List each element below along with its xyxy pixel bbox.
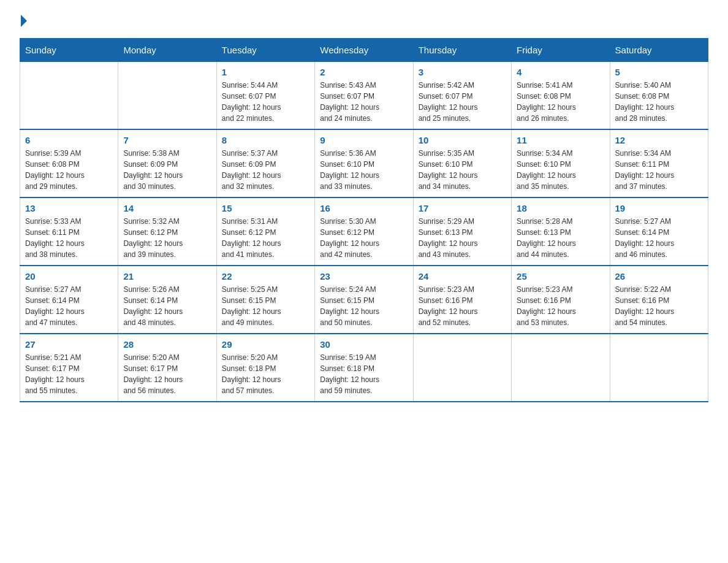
day-number: 26 [615, 271, 703, 282]
day-number: 28 [123, 339, 211, 350]
day-number: 24 [419, 271, 506, 282]
day-number: 1 [222, 67, 309, 77]
day-info: Sunrise: 5:26 AM Sunset: 6:14 PM Dayligh… [123, 284, 211, 328]
day-number: 15 [222, 203, 309, 213]
day-info: Sunrise: 5:23 AM Sunset: 6:16 PM Dayligh… [517, 284, 604, 328]
calendar-body: 1Sunrise: 5:44 AM Sunset: 6:07 PM Daylig… [20, 62, 708, 402]
calendar-cell: 5Sunrise: 5:40 AM Sunset: 6:08 PM Daylig… [610, 62, 708, 130]
calendar-cell: 8Sunrise: 5:37 AM Sunset: 6:09 PM Daylig… [216, 129, 314, 197]
day-info: Sunrise: 5:43 AM Sunset: 6:07 PM Dayligh… [320, 80, 408, 124]
day-number: 6 [25, 135, 113, 145]
day-number: 3 [419, 67, 506, 77]
day-info: Sunrise: 5:42 AM Sunset: 6:07 PM Dayligh… [419, 80, 506, 124]
day-info: Sunrise: 5:19 AM Sunset: 6:18 PM Dayligh… [320, 352, 408, 396]
calendar-cell [20, 62, 118, 130]
calendar-cell: 19Sunrise: 5:27 AM Sunset: 6:14 PM Dayli… [610, 197, 708, 266]
calendar-cell: 20Sunrise: 5:27 AM Sunset: 6:14 PM Dayli… [20, 266, 118, 334]
day-info: Sunrise: 5:21 AM Sunset: 6:17 PM Dayligh… [25, 352, 113, 396]
header-cell-tuesday: Tuesday [216, 39, 314, 62]
day-number: 13 [25, 203, 113, 213]
page-header [20, 15, 708, 27]
day-number: 9 [320, 135, 408, 145]
calendar-cell: 29Sunrise: 5:20 AM Sunset: 6:18 PM Dayli… [216, 334, 314, 402]
day-number: 4 [517, 67, 604, 77]
day-info: Sunrise: 5:30 AM Sunset: 6:12 PM Dayligh… [320, 216, 408, 260]
calendar-cell: 6Sunrise: 5:39 AM Sunset: 6:08 PM Daylig… [20, 129, 118, 197]
calendar-cell: 17Sunrise: 5:29 AM Sunset: 6:13 PM Dayli… [413, 197, 511, 266]
day-info: Sunrise: 5:35 AM Sunset: 6:10 PM Dayligh… [419, 148, 506, 192]
day-info: Sunrise: 5:37 AM Sunset: 6:09 PM Dayligh… [222, 148, 309, 192]
day-info: Sunrise: 5:33 AM Sunset: 6:11 PM Dayligh… [25, 216, 113, 260]
day-info: Sunrise: 5:28 AM Sunset: 6:13 PM Dayligh… [517, 216, 604, 260]
day-number: 14 [123, 203, 211, 213]
day-info: Sunrise: 5:27 AM Sunset: 6:14 PM Dayligh… [25, 284, 113, 328]
day-info: Sunrise: 5:20 AM Sunset: 6:17 PM Dayligh… [123, 352, 211, 396]
day-number: 21 [123, 271, 211, 282]
day-number: 23 [320, 271, 408, 282]
calendar-cell: 23Sunrise: 5:24 AM Sunset: 6:15 PM Dayli… [315, 266, 413, 334]
calendar-cell: 1Sunrise: 5:44 AM Sunset: 6:07 PM Daylig… [216, 62, 314, 130]
calendar-cell [512, 334, 610, 402]
day-number: 22 [222, 271, 309, 282]
calendar-cell: 27Sunrise: 5:21 AM Sunset: 6:17 PM Dayli… [20, 334, 118, 402]
calendar-cell [610, 334, 708, 402]
calendar-cell: 30Sunrise: 5:19 AM Sunset: 6:18 PM Dayli… [315, 334, 413, 402]
day-number: 19 [615, 203, 703, 213]
day-info: Sunrise: 5:38 AM Sunset: 6:09 PM Dayligh… [123, 148, 211, 192]
calendar-cell: 15Sunrise: 5:31 AM Sunset: 6:12 PM Dayli… [216, 197, 314, 266]
day-info: Sunrise: 5:20 AM Sunset: 6:18 PM Dayligh… [222, 352, 309, 396]
day-number: 17 [419, 203, 506, 213]
day-number: 7 [123, 135, 211, 145]
calendar-header: SundayMondayTuesdayWednesdayThursdayFrid… [20, 39, 708, 62]
calendar-cell [118, 62, 216, 130]
calendar-week-4: 20Sunrise: 5:27 AM Sunset: 6:14 PM Dayli… [20, 266, 708, 334]
header-cell-wednesday: Wednesday [315, 39, 413, 62]
calendar-week-3: 13Sunrise: 5:33 AM Sunset: 6:11 PM Dayli… [20, 197, 708, 266]
calendar-cell: 18Sunrise: 5:28 AM Sunset: 6:13 PM Dayli… [512, 197, 610, 266]
logo [20, 15, 28, 27]
calendar-cell: 2Sunrise: 5:43 AM Sunset: 6:07 PM Daylig… [315, 62, 413, 130]
logo-arrow-icon [21, 15, 27, 27]
day-info: Sunrise: 5:31 AM Sunset: 6:12 PM Dayligh… [222, 216, 309, 260]
calendar-cell: 10Sunrise: 5:35 AM Sunset: 6:10 PM Dayli… [413, 129, 511, 197]
day-info: Sunrise: 5:23 AM Sunset: 6:16 PM Dayligh… [419, 284, 506, 328]
day-number: 11 [517, 135, 604, 145]
calendar-cell: 13Sunrise: 5:33 AM Sunset: 6:11 PM Dayli… [20, 197, 118, 266]
day-info: Sunrise: 5:34 AM Sunset: 6:10 PM Dayligh… [517, 148, 604, 192]
calendar-cell: 4Sunrise: 5:41 AM Sunset: 6:08 PM Daylig… [512, 62, 610, 130]
calendar-cell: 22Sunrise: 5:25 AM Sunset: 6:15 PM Dayli… [216, 266, 314, 334]
calendar-cell: 11Sunrise: 5:34 AM Sunset: 6:10 PM Dayli… [512, 129, 610, 197]
calendar-cell: 12Sunrise: 5:34 AM Sunset: 6:11 PM Dayli… [610, 129, 708, 197]
header-cell-sunday: Sunday [20, 39, 118, 62]
day-info: Sunrise: 5:34 AM Sunset: 6:11 PM Dayligh… [615, 148, 703, 192]
day-number: 30 [320, 339, 408, 350]
day-info: Sunrise: 5:44 AM Sunset: 6:07 PM Dayligh… [222, 80, 309, 124]
day-info: Sunrise: 5:25 AM Sunset: 6:15 PM Dayligh… [222, 284, 309, 328]
day-number: 18 [517, 203, 604, 213]
day-number: 29 [222, 339, 309, 350]
day-number: 16 [320, 203, 408, 213]
day-number: 5 [615, 67, 703, 77]
calendar-cell: 14Sunrise: 5:32 AM Sunset: 6:12 PM Dayli… [118, 197, 216, 266]
day-number: 20 [25, 271, 113, 282]
day-number: 12 [615, 135, 703, 145]
calendar-cell: 24Sunrise: 5:23 AM Sunset: 6:16 PM Dayli… [413, 266, 511, 334]
day-info: Sunrise: 5:40 AM Sunset: 6:08 PM Dayligh… [615, 80, 703, 124]
calendar-cell: 16Sunrise: 5:30 AM Sunset: 6:12 PM Dayli… [315, 197, 413, 266]
calendar-table: SundayMondayTuesdayWednesdayThursdayFrid… [20, 38, 708, 402]
calendar-cell: 26Sunrise: 5:22 AM Sunset: 6:16 PM Dayli… [610, 266, 708, 334]
header-cell-saturday: Saturday [610, 39, 708, 62]
day-info: Sunrise: 5:27 AM Sunset: 6:14 PM Dayligh… [615, 216, 703, 260]
calendar-cell: 3Sunrise: 5:42 AM Sunset: 6:07 PM Daylig… [413, 62, 511, 130]
day-number: 2 [320, 67, 408, 77]
calendar-cell: 9Sunrise: 5:36 AM Sunset: 6:10 PM Daylig… [315, 129, 413, 197]
calendar-cell: 7Sunrise: 5:38 AM Sunset: 6:09 PM Daylig… [118, 129, 216, 197]
day-number: 27 [25, 339, 113, 350]
day-info: Sunrise: 5:41 AM Sunset: 6:08 PM Dayligh… [517, 80, 604, 124]
calendar-cell: 25Sunrise: 5:23 AM Sunset: 6:16 PM Dayli… [512, 266, 610, 334]
day-number: 10 [419, 135, 506, 145]
header-cell-friday: Friday [512, 39, 610, 62]
day-number: 8 [222, 135, 309, 145]
calendar-week-2: 6Sunrise: 5:39 AM Sunset: 6:08 PM Daylig… [20, 129, 708, 197]
header-cell-thursday: Thursday [413, 39, 511, 62]
